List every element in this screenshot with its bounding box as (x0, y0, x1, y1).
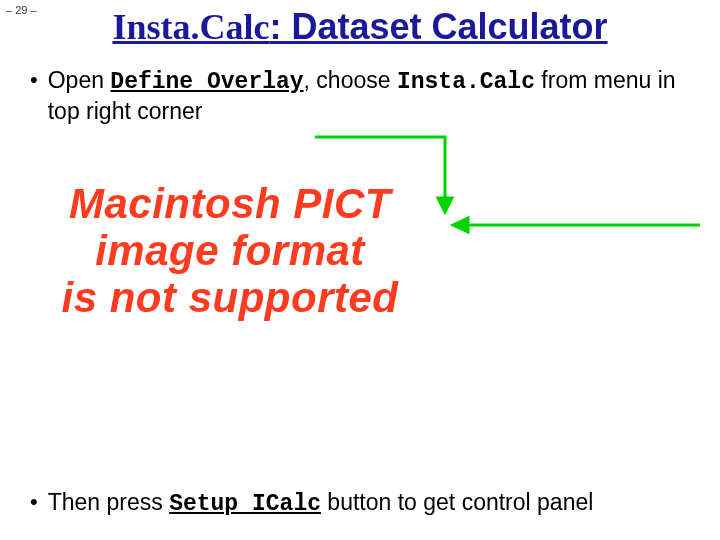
bullet-2: • Then press Setup ICalc button to get c… (0, 488, 720, 519)
title-brand: Insta.Calc (112, 7, 269, 47)
bullet1-mid: , choose (304, 67, 397, 93)
pict-unsupported-msg: Macintosh PICT image format is not suppo… (40, 180, 420, 321)
bullet-dot-icon: • (30, 491, 38, 513)
instacalc-label: Insta.Calc (397, 69, 535, 95)
pict-line2: image format (40, 227, 420, 274)
define-overlay-label: Define Overlay (110, 69, 303, 95)
slide-title: Insta.Calc: Dataset Calculator (0, 6, 720, 48)
svg-marker-0 (438, 198, 452, 212)
pict-line3: is not supported (40, 274, 420, 321)
title-rest: : Dataset Calculator (269, 6, 607, 47)
page-number: – 29 – (6, 4, 37, 16)
bullet2-post: button to get control panel (321, 489, 593, 515)
bullet-dot-icon: • (30, 69, 38, 91)
svg-marker-1 (453, 218, 468, 232)
bullet-1: • Open Define Overlay, choose Insta.Calc… (0, 66, 720, 126)
pict-line1: Macintosh PICT (40, 180, 420, 227)
bullet2-pre: Then press (48, 489, 169, 515)
bullet-2-text: Then press Setup ICalc button to get con… (48, 488, 594, 519)
bullet-1-text: Open Define Overlay, choose Insta.Calc f… (48, 66, 698, 126)
bullet1-pre: Open (48, 67, 111, 93)
arrow-left-icon (453, 218, 700, 232)
setup-icalc-label: Setup ICalc (169, 491, 321, 517)
